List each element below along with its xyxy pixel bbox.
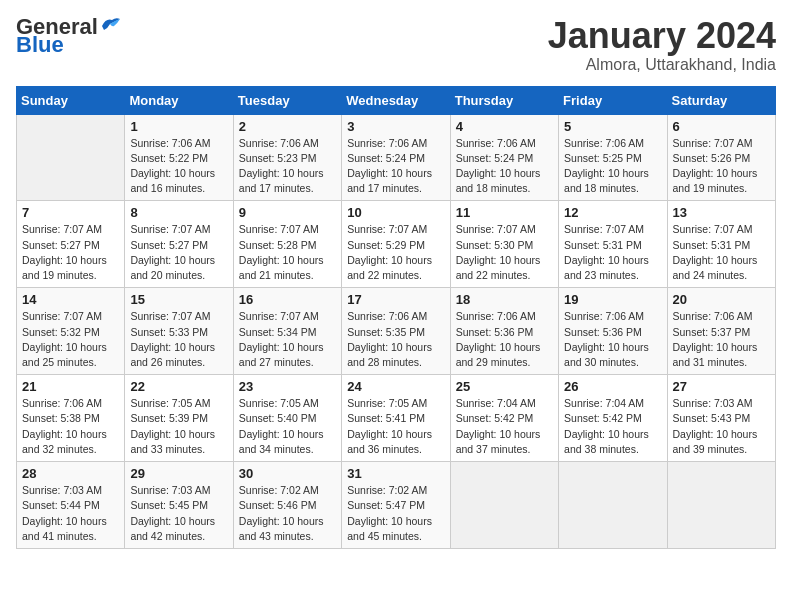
calendar-header-row: SundayMondayTuesdayWednesdayThursdayFrid… <box>17 86 776 114</box>
day-number: 15 <box>130 292 227 307</box>
day-info: Sunrise: 7:05 AMSunset: 5:41 PMDaylight:… <box>347 396 444 457</box>
day-number: 13 <box>673 205 770 220</box>
calendar-cell: 14Sunrise: 7:07 AMSunset: 5:32 PMDayligh… <box>17 288 125 375</box>
day-info: Sunrise: 7:04 AMSunset: 5:42 PMDaylight:… <box>564 396 661 457</box>
day-number: 20 <box>673 292 770 307</box>
calendar-cell: 25Sunrise: 7:04 AMSunset: 5:42 PMDayligh… <box>450 375 558 462</box>
day-info: Sunrise: 7:05 AMSunset: 5:39 PMDaylight:… <box>130 396 227 457</box>
calendar-cell <box>559 462 667 549</box>
calendar-week-row: 1Sunrise: 7:06 AMSunset: 5:22 PMDaylight… <box>17 114 776 201</box>
day-number: 10 <box>347 205 444 220</box>
day-number: 4 <box>456 119 553 134</box>
calendar-cell: 29Sunrise: 7:03 AMSunset: 5:45 PMDayligh… <box>125 462 233 549</box>
day-info: Sunrise: 7:03 AMSunset: 5:44 PMDaylight:… <box>22 483 119 544</box>
day-info: Sunrise: 7:03 AMSunset: 5:43 PMDaylight:… <box>673 396 770 457</box>
calendar-cell: 15Sunrise: 7:07 AMSunset: 5:33 PMDayligh… <box>125 288 233 375</box>
day-info: Sunrise: 7:07 AMSunset: 5:33 PMDaylight:… <box>130 309 227 370</box>
day-info: Sunrise: 7:06 AMSunset: 5:35 PMDaylight:… <box>347 309 444 370</box>
day-info: Sunrise: 7:06 AMSunset: 5:22 PMDaylight:… <box>130 136 227 197</box>
header: General Blue January 2024 Almora, Uttara… <box>16 16 776 74</box>
logo-blue: Blue <box>16 34 64 56</box>
calendar-cell: 28Sunrise: 7:03 AMSunset: 5:44 PMDayligh… <box>17 462 125 549</box>
day-info: Sunrise: 7:06 AMSunset: 5:38 PMDaylight:… <box>22 396 119 457</box>
calendar-cell: 4Sunrise: 7:06 AMSunset: 5:24 PMDaylight… <box>450 114 558 201</box>
calendar-cell: 11Sunrise: 7:07 AMSunset: 5:30 PMDayligh… <box>450 201 558 288</box>
day-number: 11 <box>456 205 553 220</box>
calendar-cell: 1Sunrise: 7:06 AMSunset: 5:22 PMDaylight… <box>125 114 233 201</box>
day-info: Sunrise: 7:02 AMSunset: 5:47 PMDaylight:… <box>347 483 444 544</box>
calendar-cell: 21Sunrise: 7:06 AMSunset: 5:38 PMDayligh… <box>17 375 125 462</box>
calendar-cell: 9Sunrise: 7:07 AMSunset: 5:28 PMDaylight… <box>233 201 341 288</box>
calendar-cell: 10Sunrise: 7:07 AMSunset: 5:29 PMDayligh… <box>342 201 450 288</box>
day-info: Sunrise: 7:03 AMSunset: 5:45 PMDaylight:… <box>130 483 227 544</box>
day-number: 3 <box>347 119 444 134</box>
calendar-cell <box>450 462 558 549</box>
calendar-table: SundayMondayTuesdayWednesdayThursdayFrid… <box>16 86 776 549</box>
calendar-cell <box>17 114 125 201</box>
day-info: Sunrise: 7:07 AMSunset: 5:27 PMDaylight:… <box>130 222 227 283</box>
day-number: 21 <box>22 379 119 394</box>
calendar-subtitle: Almora, Uttarakhand, India <box>548 56 776 74</box>
day-number: 24 <box>347 379 444 394</box>
calendar-cell: 2Sunrise: 7:06 AMSunset: 5:23 PMDaylight… <box>233 114 341 201</box>
day-info: Sunrise: 7:07 AMSunset: 5:32 PMDaylight:… <box>22 309 119 370</box>
col-header-tuesday: Tuesday <box>233 86 341 114</box>
day-info: Sunrise: 7:02 AMSunset: 5:46 PMDaylight:… <box>239 483 336 544</box>
day-number: 18 <box>456 292 553 307</box>
calendar-cell: 22Sunrise: 7:05 AMSunset: 5:39 PMDayligh… <box>125 375 233 462</box>
col-header-saturday: Saturday <box>667 86 775 114</box>
day-info: Sunrise: 7:06 AMSunset: 5:37 PMDaylight:… <box>673 309 770 370</box>
calendar-week-row: 28Sunrise: 7:03 AMSunset: 5:44 PMDayligh… <box>17 462 776 549</box>
day-number: 2 <box>239 119 336 134</box>
day-number: 9 <box>239 205 336 220</box>
calendar-week-row: 7Sunrise: 7:07 AMSunset: 5:27 PMDaylight… <box>17 201 776 288</box>
day-number: 26 <box>564 379 661 394</box>
day-info: Sunrise: 7:07 AMSunset: 5:28 PMDaylight:… <box>239 222 336 283</box>
day-number: 16 <box>239 292 336 307</box>
calendar-cell: 16Sunrise: 7:07 AMSunset: 5:34 PMDayligh… <box>233 288 341 375</box>
day-number: 8 <box>130 205 227 220</box>
calendar-cell: 26Sunrise: 7:04 AMSunset: 5:42 PMDayligh… <box>559 375 667 462</box>
calendar-week-row: 21Sunrise: 7:06 AMSunset: 5:38 PMDayligh… <box>17 375 776 462</box>
day-number: 31 <box>347 466 444 481</box>
calendar-title: January 2024 <box>548 16 776 56</box>
day-info: Sunrise: 7:07 AMSunset: 5:27 PMDaylight:… <box>22 222 119 283</box>
col-header-friday: Friday <box>559 86 667 114</box>
title-area: January 2024 Almora, Uttarakhand, India <box>548 16 776 74</box>
day-number: 27 <box>673 379 770 394</box>
day-number: 22 <box>130 379 227 394</box>
calendar-cell <box>667 462 775 549</box>
day-info: Sunrise: 7:06 AMSunset: 5:36 PMDaylight:… <box>456 309 553 370</box>
day-info: Sunrise: 7:06 AMSunset: 5:24 PMDaylight:… <box>347 136 444 197</box>
col-header-monday: Monday <box>125 86 233 114</box>
day-number: 25 <box>456 379 553 394</box>
day-number: 6 <box>673 119 770 134</box>
logo: General Blue <box>16 16 122 56</box>
day-info: Sunrise: 7:04 AMSunset: 5:42 PMDaylight:… <box>456 396 553 457</box>
day-info: Sunrise: 7:06 AMSunset: 5:24 PMDaylight:… <box>456 136 553 197</box>
day-number: 12 <box>564 205 661 220</box>
day-number: 23 <box>239 379 336 394</box>
logo-bird-icon <box>100 16 122 34</box>
day-info: Sunrise: 7:07 AMSunset: 5:34 PMDaylight:… <box>239 309 336 370</box>
col-header-wednesday: Wednesday <box>342 86 450 114</box>
calendar-cell: 19Sunrise: 7:06 AMSunset: 5:36 PMDayligh… <box>559 288 667 375</box>
calendar-cell: 18Sunrise: 7:06 AMSunset: 5:36 PMDayligh… <box>450 288 558 375</box>
calendar-cell: 20Sunrise: 7:06 AMSunset: 5:37 PMDayligh… <box>667 288 775 375</box>
calendar-cell: 6Sunrise: 7:07 AMSunset: 5:26 PMDaylight… <box>667 114 775 201</box>
day-info: Sunrise: 7:06 AMSunset: 5:36 PMDaylight:… <box>564 309 661 370</box>
col-header-sunday: Sunday <box>17 86 125 114</box>
calendar-cell: 12Sunrise: 7:07 AMSunset: 5:31 PMDayligh… <box>559 201 667 288</box>
col-header-thursday: Thursday <box>450 86 558 114</box>
calendar-cell: 27Sunrise: 7:03 AMSunset: 5:43 PMDayligh… <box>667 375 775 462</box>
day-number: 29 <box>130 466 227 481</box>
day-number: 19 <box>564 292 661 307</box>
day-info: Sunrise: 7:07 AMSunset: 5:30 PMDaylight:… <box>456 222 553 283</box>
calendar-cell: 3Sunrise: 7:06 AMSunset: 5:24 PMDaylight… <box>342 114 450 201</box>
day-info: Sunrise: 7:05 AMSunset: 5:40 PMDaylight:… <box>239 396 336 457</box>
day-info: Sunrise: 7:07 AMSunset: 5:31 PMDaylight:… <box>673 222 770 283</box>
day-number: 14 <box>22 292 119 307</box>
calendar-cell: 30Sunrise: 7:02 AMSunset: 5:46 PMDayligh… <box>233 462 341 549</box>
calendar-cell: 7Sunrise: 7:07 AMSunset: 5:27 PMDaylight… <box>17 201 125 288</box>
day-number: 28 <box>22 466 119 481</box>
